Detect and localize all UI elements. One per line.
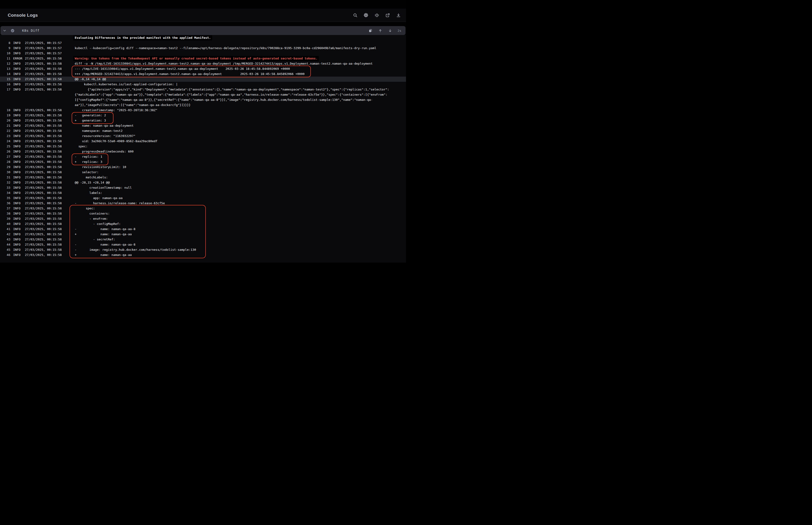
line-number: 45 xyxy=(0,247,10,252)
scroll-to-bottom-button[interactable] xyxy=(388,28,393,33)
log-level: INFO xyxy=(13,46,20,51)
log-timestamp: 27/03/2025, 00:15:58 xyxy=(25,139,62,144)
log-timestamp: 27/03/2025, 00:15:58 xyxy=(25,237,62,242)
log-row: 16INFO27/03/2025, 00:15:58 kubectl.kuber… xyxy=(0,82,406,87)
log-message: {"apiVersion":"apps/v1","kind":"Deployme… xyxy=(75,87,389,92)
log-row: 21INFO27/03/2025, 00:15:58 name: naman-q… xyxy=(0,123,406,128)
log-row: 8INFO27/03/2025, 00:15:57 xyxy=(0,41,406,46)
log-message: - harness.io/release-name: release-63cf5… xyxy=(75,201,165,206)
line-number: 9 xyxy=(0,46,10,51)
log-message: resourceVersion: "1163932297" xyxy=(75,134,135,139)
log-timestamp: 27/03/2025, 00:15:58 xyxy=(25,206,62,211)
log-message: + name: naman-qa-aa xyxy=(75,252,132,258)
scroll-to-top-button[interactable] xyxy=(378,28,383,33)
log-row: [{"configMapRef":{"name":"naman-qa-aa-8"… xyxy=(0,97,406,103)
log-row: 23INFO27/03/2025, 00:15:58 resourceVersi… xyxy=(0,134,406,139)
log-timestamp: 27/03/2025, 00:15:58 xyxy=(25,77,62,82)
log-level: ERROR xyxy=(13,56,22,61)
log-row: 42INFO27/03/2025, 00:15:58+ name: naman-… xyxy=(0,232,406,237)
download-icon xyxy=(396,13,401,18)
log-level: INFO xyxy=(13,252,20,258)
log-level: INFO xyxy=(13,66,20,72)
copy-logs-button[interactable] xyxy=(368,28,373,33)
log-level: INFO xyxy=(13,242,20,247)
line-number: 35 xyxy=(0,196,10,201)
log-message: @@ -6,14 +6,14 @@ xyxy=(75,77,106,82)
log-message: - secretRef: xyxy=(75,237,115,242)
log-level: INFO xyxy=(13,82,20,87)
log-timestamp: 27/03/2025, 00:15:58 xyxy=(25,144,62,149)
log-level: INFO xyxy=(13,221,20,227)
log-timestamp: 27/03/2025, 00:15:58 xyxy=(25,123,62,128)
step-status-success-icon xyxy=(11,29,14,32)
download-logs-button[interactable] xyxy=(396,13,401,18)
log-row: 46INFO27/03/2025, 00:15:58+ name: naman-… xyxy=(0,252,406,258)
log-level: INFO xyxy=(13,149,20,154)
line-number: 25 xyxy=(0,144,10,149)
line-number: 15 xyxy=(0,77,10,82)
log-level: INFO xyxy=(13,108,20,113)
log-message: Evaluating Differences in the provided m… xyxy=(73,35,212,41)
log-message: - configMapRef: xyxy=(75,221,121,227)
log-level: INFO xyxy=(13,61,20,66)
log-timestamp: 27/03/2025, 00:15:58 xyxy=(25,154,62,159)
line-number: 30 xyxy=(0,170,10,175)
line-number: 22 xyxy=(0,128,10,134)
log-level: INFO xyxy=(13,216,20,221)
log-row: 36INFO27/03/2025, 00:15:58- harness.io/r… xyxy=(0,201,406,206)
log-message: name: naman-qa-aa-deployment xyxy=(75,123,134,128)
log-timestamp: 27/03/2025, 00:15:58 xyxy=(25,82,62,87)
collapse-button[interactable] xyxy=(374,13,379,18)
check-circle-icon xyxy=(11,29,14,32)
log-level: INFO xyxy=(13,139,20,144)
step-log-controls: 2s xyxy=(368,28,405,33)
log-level: INFO xyxy=(13,196,20,201)
section-collapse-toggle[interactable] xyxy=(3,29,6,32)
log-level: INFO xyxy=(13,159,20,165)
log-level: INFO xyxy=(13,72,20,77)
log-row: 44INFO27/03/2025, 00:15:58- name: naman-… xyxy=(0,242,406,247)
step-log-section-header[interactable]: K8s Diff 2s xyxy=(0,26,405,35)
console-logs-window: Console Logs xyxy=(0,0,406,262)
page-title: Console Logs xyxy=(8,13,38,18)
search-button[interactable] xyxy=(353,13,357,18)
open-in-new-tab-button[interactable] xyxy=(385,13,390,18)
log-timestamp: 27/03/2025, 00:15:58 xyxy=(25,180,62,185)
line-number: 14 xyxy=(0,72,10,77)
log-row: 30INFO27/03/2025, 00:15:58 selector: xyxy=(0,170,406,175)
log-message: namespace: naman-test2 xyxy=(75,128,123,134)
log-timestamp: 27/03/2025, 00:15:58 xyxy=(25,247,62,252)
log-row: 38INFO27/03/2025, 00:15:58 containers: xyxy=(0,211,406,216)
line-number: 42 xyxy=(0,232,10,237)
log-level: INFO xyxy=(13,77,20,82)
log-output-panel: Evaluating Differences in the provided m… xyxy=(0,35,406,262)
log-level: INFO xyxy=(13,51,20,56)
log-row: 19INFO27/03/2025, 00:15:58- generation: … xyxy=(0,113,406,118)
log-row: aa"}],"imagePullSecrets":[{"name":"naman… xyxy=(0,103,406,108)
log-rows: Evaluating Differences in the provided m… xyxy=(0,35,406,258)
log-message: - envFrom: xyxy=(75,216,108,221)
line-number: 20 xyxy=(0,118,10,123)
settings-button[interactable] xyxy=(364,13,368,18)
line-number: 26 xyxy=(0,149,10,154)
line-number: 17 xyxy=(0,87,10,92)
line-number: 13 xyxy=(0,66,10,72)
log-timestamp: 27/03/2025, 00:15:58 xyxy=(25,149,62,154)
log-row: 39INFO27/03/2025, 00:15:58 - envFrom: xyxy=(0,216,406,221)
line-number: 21 xyxy=(0,123,10,128)
header-toolbar xyxy=(353,13,401,18)
log-row: 33INFO27/03/2025, 00:15:58 creationTimes… xyxy=(0,185,406,190)
log-row: Evaluating Differences in the provided m… xyxy=(0,35,406,41)
line-number: 24 xyxy=(0,139,10,144)
line-number: 37 xyxy=(0,206,10,211)
log-row: 26INFO27/03/2025, 00:15:58 progressDeadl… xyxy=(0,149,406,154)
log-row: 10INFO27/03/2025, 00:15:57 xyxy=(0,51,406,56)
line-number: 8 xyxy=(0,41,10,46)
log-row: 34INFO27/03/2025, 00:15:58 labels: xyxy=(0,190,406,196)
search-icon xyxy=(353,13,357,18)
log-level: INFO xyxy=(13,170,20,175)
log-message: {"matchLabels":{"app":"naman-qa-aa"}},"t… xyxy=(75,92,387,97)
log-level: INFO xyxy=(13,87,20,92)
line-number: 12 xyxy=(0,61,10,66)
line-number: 40 xyxy=(0,221,10,227)
